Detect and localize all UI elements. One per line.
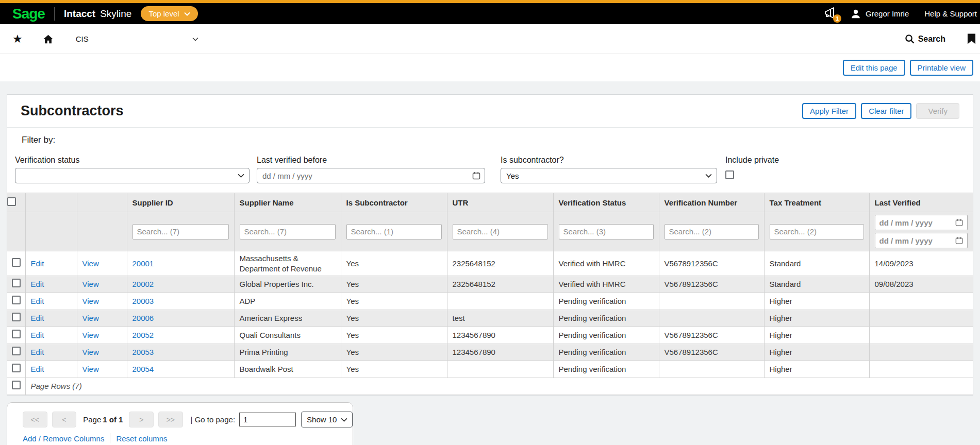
last-verified-to-date[interactable] <box>875 233 968 248</box>
add-remove-columns-link[interactable]: Add / Remove Columns <box>23 434 104 443</box>
user-name: Gregor Imrie <box>866 9 909 18</box>
supplier-id-link[interactable]: 20054 <box>132 365 154 373</box>
utr-cell: 2325648152 <box>447 276 553 293</box>
row-checkbox[interactable] <box>12 347 21 355</box>
row-checkbox[interactable] <box>12 279 21 287</box>
help-support-link[interactable]: Help & Support <box>924 9 977 18</box>
is-subcontractor-label: Is subcontractor? <box>501 156 717 165</box>
page-rows-label: Page Rows (7) <box>25 378 973 395</box>
last-verified-cell <box>869 361 973 378</box>
user-icon <box>850 8 861 20</box>
clear-filter-button[interactable]: Clear filter <box>861 103 911 119</box>
row-checkbox[interactable] <box>12 330 21 338</box>
verification-status-cell: Pending verification <box>553 344 659 361</box>
footer-checkbox[interactable] <box>12 381 21 389</box>
col-edit <box>25 193 77 212</box>
search-button[interactable]: Search <box>905 34 945 44</box>
supplier-id-link[interactable]: 20003 <box>132 297 154 305</box>
edit-link[interactable]: Edit <box>31 331 44 339</box>
verification-status-cell: Pending verification <box>553 310 659 327</box>
verification-status-select[interactable] <box>15 168 250 183</box>
bookmark-button[interactable] <box>967 33 976 45</box>
view-link[interactable]: View <box>82 297 99 305</box>
verification-number-cell <box>659 361 764 378</box>
module-label: CIS <box>76 35 89 43</box>
view-link[interactable]: View <box>82 314 99 322</box>
row-checkbox[interactable] <box>12 313 21 321</box>
view-link[interactable]: View <box>82 348 99 356</box>
show-rows-select[interactable]: Show 10 <box>301 412 353 427</box>
edit-link[interactable]: Edit <box>31 314 44 322</box>
apply-filter-button[interactable]: Apply Filter <box>802 103 856 119</box>
view-link[interactable]: View <box>82 331 99 339</box>
suite-name: Skyline <box>100 8 131 20</box>
row-checkbox[interactable] <box>12 296 21 304</box>
verification-status-cell: Verified with HMRC <box>553 251 659 276</box>
col-tax-treatment: Tax Treatment <box>764 193 869 212</box>
filter-section: Filter by: Verification status Last veri… <box>7 128 973 193</box>
entity-selector-button[interactable]: Top level <box>141 6 197 21</box>
search-utr[interactable] <box>453 224 548 239</box>
edit-this-page-button[interactable]: Edit this page <box>843 60 905 76</box>
search-tax-treatment[interactable] <box>770 224 864 239</box>
chevron-down-icon <box>184 12 190 16</box>
navbar: ★ CIS Search <box>0 24 980 54</box>
view-link[interactable]: View <box>82 259 99 268</box>
utr-cell: 2325648152 <box>447 251 553 276</box>
search-supplier-id[interactable] <box>132 224 229 239</box>
edit-link[interactable]: Edit <box>31 365 44 373</box>
col-last-verified: Last Verified <box>869 193 973 212</box>
supplier-id-link[interactable]: 20006 <box>132 314 154 322</box>
supplier-name: Boardwalk Post <box>234 361 341 378</box>
view-link[interactable]: View <box>82 280 99 288</box>
home-button[interactable] <box>42 33 54 45</box>
utr-cell <box>447 361 553 378</box>
supplier-id-link[interactable]: 20001 <box>132 259 154 268</box>
first-page-button[interactable]: << <box>23 412 47 427</box>
verification-number-cell <box>659 293 764 310</box>
edit-link[interactable]: Edit <box>31 297 44 305</box>
edit-link[interactable]: Edit <box>31 280 44 288</box>
view-link[interactable]: View <box>82 365 99 373</box>
last-verified-cell <box>869 293 973 310</box>
include-private-checkbox[interactable] <box>725 170 734 179</box>
utr-cell: 1234567890 <box>447 344 553 361</box>
last-verified-before-input[interactable] <box>257 168 485 183</box>
utr-cell <box>447 293 553 310</box>
select-all-checkbox[interactable] <box>7 197 16 206</box>
links-divider <box>110 433 110 443</box>
tax-treatment-cell: Standard <box>764 276 869 293</box>
filter-heading: Filter by: <box>22 135 965 145</box>
tax-treatment-cell: Higher <box>764 361 869 378</box>
is-subcontractor-select[interactable]: Yes <box>501 168 717 183</box>
utr-cell: test <box>447 310 553 327</box>
supplier-id-link[interactable]: 20052 <box>132 331 154 339</box>
subcontractors-table: Supplier ID Supplier Name Is Subcontract… <box>7 193 973 395</box>
prev-page-button[interactable]: < <box>52 412 77 427</box>
row-checkbox[interactable] <box>12 258 21 267</box>
supplier-id-link[interactable]: 20002 <box>132 280 154 288</box>
row-checkbox[interactable] <box>12 364 21 372</box>
supplier-id-link[interactable]: 20053 <box>132 348 154 356</box>
user-menu[interactable]: Gregor Imrie <box>850 8 909 20</box>
search-supplier-name[interactable] <box>240 224 336 239</box>
printable-view-button[interactable]: Printable view <box>910 60 973 76</box>
goto-page-input[interactable] <box>239 413 296 426</box>
verify-button[interactable]: Verify <box>916 103 959 119</box>
table-row: EditView20002Global Properties Inc.Yes23… <box>7 276 973 293</box>
last-verified-from-date[interactable] <box>875 215 968 230</box>
search-verification-status[interactable] <box>559 224 654 239</box>
edit-link[interactable]: Edit <box>31 259 44 268</box>
last-page-button[interactable]: >> <box>158 412 183 427</box>
next-page-button[interactable]: > <box>129 412 154 427</box>
is-subcontractor-cell: Yes <box>341 344 447 361</box>
favorites-star-icon[interactable]: ★ <box>12 33 23 45</box>
edit-link[interactable]: Edit <box>31 348 44 356</box>
last-verified-cell <box>869 344 973 361</box>
search-verification-number[interactable] <box>665 224 759 239</box>
notifications-button[interactable]: 1 <box>823 7 837 21</box>
module-selector[interactable]: CIS <box>76 35 198 43</box>
reset-columns-link[interactable]: Reset columns <box>116 434 167 443</box>
search-is-subcontractor[interactable] <box>346 224 442 239</box>
is-subcontractor-cell: Yes <box>341 251 447 276</box>
